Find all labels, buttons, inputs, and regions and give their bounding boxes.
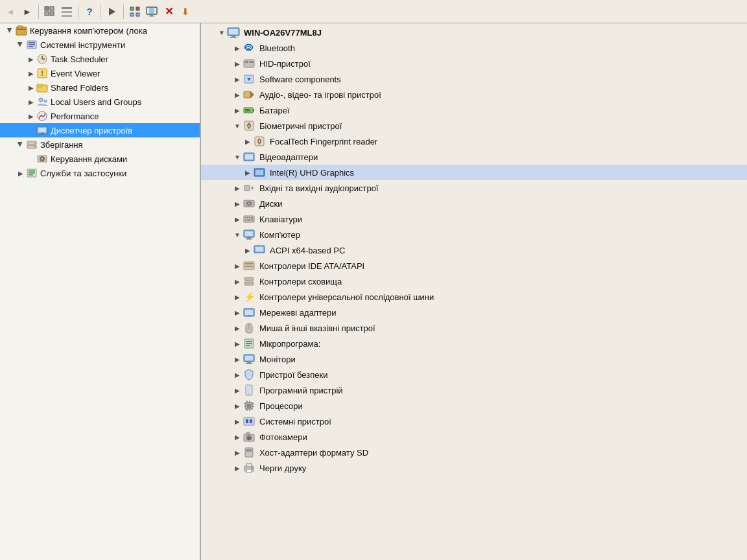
event-viewer-label: Event Viewer — [51, 69, 100, 78]
processors-icon — [243, 399, 255, 412]
performance-arrow: ▶ — [26, 111, 36, 121]
mouse-label: Миша й інші вказівні пристрої — [259, 323, 375, 333]
svg-rect-121 — [246, 432, 250, 434]
tree-task-scheduler[interactable]: ▶ Task Scheduler — [0, 52, 200, 66]
security-label: Пристрої безпеки — [259, 370, 327, 380]
root-arrow: ▶ — [5, 25, 16, 36]
storage-label: Зберігання — [40, 140, 83, 150]
svg-rect-128 — [246, 469, 252, 472]
software-icon — [243, 73, 255, 86]
device-computer-node[interactable]: ▼ Комп'ютер — [201, 227, 747, 242]
back-button[interactable]: ◄ — [3, 4, 18, 19]
device-manager-label: Диспетчер пристроїв — [51, 126, 132, 135]
storage-arrow: ▶ — [16, 139, 26, 150]
computer-icon — [227, 26, 240, 39]
focaltech-arrow: ▶ — [243, 136, 253, 146]
device-sd[interactable]: ▶ Хост-адаптери формату SD — [201, 445, 747, 460]
svg-rect-95 — [246, 341, 252, 342]
cameras-icon — [243, 430, 255, 443]
device-portable[interactable]: ▶ Програмний пристрій — [201, 382, 747, 398]
ide-icon — [243, 259, 255, 272]
list-button[interactable] — [59, 4, 75, 19]
acpi-icon — [253, 244, 266, 257]
left-panel: ▶ Керування комп'ютером (лока ▶ Системні… — [0, 23, 201, 560]
svg-rect-53 — [250, 61, 253, 63]
device-print[interactable]: ▶ Черги друку — [201, 460, 747, 476]
main-container: ▶ Керування комп'ютером (лока ▶ Системні… — [0, 23, 747, 560]
device-audio[interactable]: ▶ Аудіо-, відео- та ігрові пристрої — [201, 87, 747, 102]
keyboards-label: Клавіатури — [259, 215, 302, 224]
device-focaltech[interactable]: ▶ FocalTech Fingerprint reader — [201, 134, 747, 149]
toolbar-separator-2 — [78, 5, 78, 19]
svg-rect-59 — [253, 109, 254, 111]
root-label: Керування комп'ютером (лока — [30, 26, 147, 36]
device-cameras[interactable]: ▶ Фотокамери — [201, 429, 747, 445]
svg-rect-15 — [149, 16, 154, 17]
tree-root[interactable]: ▶ Керування комп'ютером (лока — [0, 23, 200, 38]
device-intel-uhd[interactable]: ▶ Intel(R) UHD Graphics — [201, 165, 747, 180]
help-button[interactable]: ? — [82, 4, 97, 19]
processors-label: Процесори — [259, 401, 303, 411]
tree-performance[interactable]: ▶ Performance — [0, 109, 200, 123]
settings-button[interactable] — [127, 4, 143, 19]
svg-rect-51 — [244, 60, 254, 67]
device-computer[interactable]: ▼ WIN-OA26V77ML8J — [201, 25, 747, 40]
download-button[interactable]: ⬇ — [178, 4, 193, 19]
tree-disk-management[interactable]: ▶ Керування дисками — [0, 152, 200, 166]
network-label: Мережеві адаптери — [259, 308, 336, 318]
svg-rect-1 — [50, 6, 54, 10]
battery-icon — [243, 104, 255, 117]
svg-rect-124 — [248, 449, 250, 452]
device-keyboards[interactable]: ▶ Клавіатури — [201, 211, 747, 227]
svg-text:!: ! — [41, 69, 43, 77]
device-software[interactable]: ▶ Software components — [201, 71, 747, 87]
firmware-label: Мікропрограма: — [259, 339, 320, 349]
svg-rect-5 — [62, 11, 72, 13]
svg-point-35 — [42, 133, 43, 135]
tree-services[interactable]: ▶ Служби та застосунки — [0, 166, 200, 180]
device-system-devices[interactable]: ▶ Системні пристрої — [201, 414, 747, 429]
battery-arrow: ▶ — [232, 105, 243, 115]
svg-rect-103 — [247, 386, 251, 392]
device-firmware[interactable]: ▶ Мікропрограма: — [201, 336, 747, 351]
device-monitors[interactable]: ▶ Монітори — [201, 351, 747, 367]
svg-rect-34 — [38, 128, 46, 132]
device-usb[interactable]: ▶ ⚡ Контролери універсальної послідовної… — [201, 289, 747, 305]
device-processors[interactable]: ▶ Процесори — [201, 398, 747, 414]
view-button[interactable] — [42, 4, 58, 19]
mouse-arrow: ▶ — [232, 323, 243, 333]
system-devices-arrow: ▶ — [232, 416, 243, 426]
tree-system-tools[interactable]: ▶ Системні інструменти — [0, 38, 200, 52]
device-hid[interactable]: ▶ HID-пристрої — [201, 56, 747, 71]
svg-rect-125 — [250, 449, 252, 452]
device-bluetooth[interactable]: ▶ ⭖ Bluetooth — [201, 40, 747, 56]
device-acpi[interactable]: ▶ ACPI x64-based PC — [201, 242, 747, 258]
svg-rect-89 — [244, 282, 254, 285]
ide-arrow: ▶ — [232, 261, 243, 271]
device-network[interactable]: ▶ Мережеві адаптери — [201, 305, 747, 320]
device-mouse[interactable]: ▶ Миша й інші вказівні пристрої — [201, 320, 747, 336]
tree-shared-folders[interactable]: ▶ Shared Folders — [0, 80, 200, 95]
device-ide[interactable]: ▶ Контролери IDE ATA/ATAPI — [201, 258, 747, 274]
tree-device-manager[interactable]: ▶ Диспетчер пристроїв — [0, 123, 200, 137]
services-label: Служби та застосунки — [40, 169, 126, 178]
device-storage-ctrl[interactable]: ▶ Контролери сховища — [201, 274, 747, 289]
shared-folders-label: Shared Folders — [51, 83, 108, 93]
tree-local-users[interactable]: ▶ Local Users and Groups — [0, 95, 200, 109]
forward-button[interactable]: ► — [19, 4, 35, 19]
tree-event-viewer[interactable]: ▶ ! Event Viewer — [0, 66, 200, 80]
device-audio-io[interactable]: ▶ Вхідні та вихідні аудіопристрої — [201, 180, 747, 196]
monitor-button[interactable] — [144, 4, 160, 19]
device-security[interactable]: ▶ Пристрої безпеки — [201, 367, 747, 382]
disks-label: Диски — [259, 199, 283, 209]
delete-button[interactable]: ✕ — [161, 4, 176, 19]
tree-storage[interactable]: ▶ Зберігання — [0, 137, 200, 152]
device-disks[interactable]: ▶ Диски — [201, 196, 747, 211]
device-video[interactable]: ▼ Відеоадаптери — [201, 149, 747, 165]
svg-rect-87 — [245, 266, 253, 267]
device-battery[interactable]: ▶ Батареї — [201, 102, 747, 118]
performance-icon — [36, 110, 48, 122]
play-button[interactable] — [104, 4, 120, 19]
device-biometric[interactable]: ▼ Біометричні пристрої — [201, 118, 747, 134]
svg-rect-127 — [246, 463, 252, 467]
